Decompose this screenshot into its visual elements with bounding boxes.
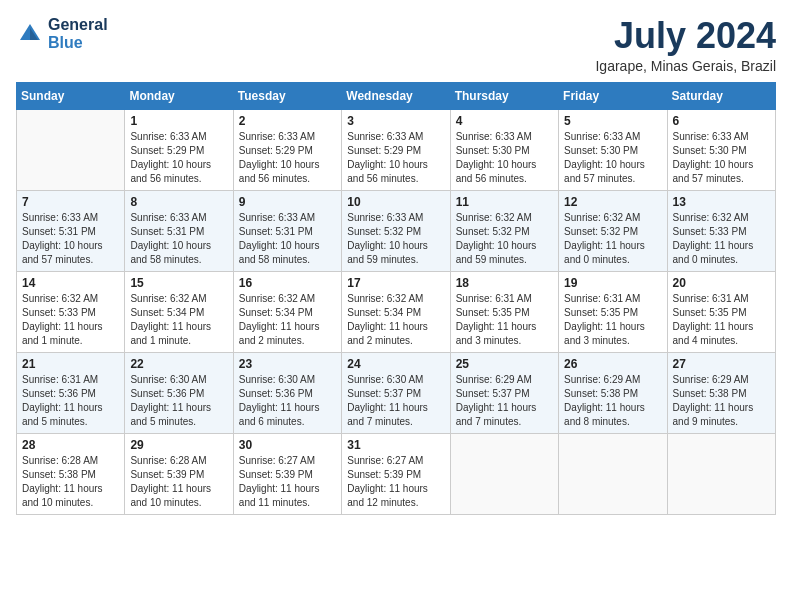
day-info: Sunrise: 6:28 AM Sunset: 5:38 PM Dayligh… [22, 454, 119, 510]
day-number: 15 [130, 276, 227, 290]
logo: General Blue [16, 16, 108, 51]
calendar-cell [450, 433, 558, 514]
day-number: 27 [673, 357, 770, 371]
calendar-cell: 17Sunrise: 6:32 AM Sunset: 5:34 PM Dayli… [342, 271, 450, 352]
calendar-cell: 15Sunrise: 6:32 AM Sunset: 5:34 PM Dayli… [125, 271, 233, 352]
weekday-header: Tuesday [233, 82, 341, 109]
calendar-cell: 10Sunrise: 6:33 AM Sunset: 5:32 PM Dayli… [342, 190, 450, 271]
day-number: 1 [130, 114, 227, 128]
day-number: 9 [239, 195, 336, 209]
day-info: Sunrise: 6:33 AM Sunset: 5:30 PM Dayligh… [564, 130, 661, 186]
day-info: Sunrise: 6:32 AM Sunset: 5:33 PM Dayligh… [673, 211, 770, 267]
calendar-cell: 13Sunrise: 6:32 AM Sunset: 5:33 PM Dayli… [667, 190, 775, 271]
calendar-cell [559, 433, 667, 514]
calendar-cell: 21Sunrise: 6:31 AM Sunset: 5:36 PM Dayli… [17, 352, 125, 433]
calendar-week-row: 28Sunrise: 6:28 AM Sunset: 5:38 PM Dayli… [17, 433, 776, 514]
day-info: Sunrise: 6:32 AM Sunset: 5:32 PM Dayligh… [456, 211, 553, 267]
day-info: Sunrise: 6:29 AM Sunset: 5:37 PM Dayligh… [456, 373, 553, 429]
day-info: Sunrise: 6:32 AM Sunset: 5:34 PM Dayligh… [347, 292, 444, 348]
day-info: Sunrise: 6:33 AM Sunset: 5:32 PM Dayligh… [347, 211, 444, 267]
calendar-week-row: 14Sunrise: 6:32 AM Sunset: 5:33 PM Dayli… [17, 271, 776, 352]
calendar-week-row: 1Sunrise: 6:33 AM Sunset: 5:29 PM Daylig… [17, 109, 776, 190]
calendar-cell: 7Sunrise: 6:33 AM Sunset: 5:31 PM Daylig… [17, 190, 125, 271]
day-number: 30 [239, 438, 336, 452]
day-info: Sunrise: 6:31 AM Sunset: 5:35 PM Dayligh… [673, 292, 770, 348]
calendar-cell: 24Sunrise: 6:30 AM Sunset: 5:37 PM Dayli… [342, 352, 450, 433]
day-number: 4 [456, 114, 553, 128]
day-number: 2 [239, 114, 336, 128]
day-info: Sunrise: 6:32 AM Sunset: 5:32 PM Dayligh… [564, 211, 661, 267]
day-info: Sunrise: 6:33 AM Sunset: 5:29 PM Dayligh… [239, 130, 336, 186]
day-info: Sunrise: 6:31 AM Sunset: 5:35 PM Dayligh… [564, 292, 661, 348]
day-info: Sunrise: 6:31 AM Sunset: 5:36 PM Dayligh… [22, 373, 119, 429]
day-number: 17 [347, 276, 444, 290]
day-info: Sunrise: 6:32 AM Sunset: 5:33 PM Dayligh… [22, 292, 119, 348]
day-info: Sunrise: 6:30 AM Sunset: 5:37 PM Dayligh… [347, 373, 444, 429]
calendar-cell: 6Sunrise: 6:33 AM Sunset: 5:30 PM Daylig… [667, 109, 775, 190]
calendar-cell: 11Sunrise: 6:32 AM Sunset: 5:32 PM Dayli… [450, 190, 558, 271]
calendar-cell: 18Sunrise: 6:31 AM Sunset: 5:35 PM Dayli… [450, 271, 558, 352]
calendar-cell: 27Sunrise: 6:29 AM Sunset: 5:38 PM Dayli… [667, 352, 775, 433]
day-number: 6 [673, 114, 770, 128]
calendar-cell: 1Sunrise: 6:33 AM Sunset: 5:29 PM Daylig… [125, 109, 233, 190]
day-info: Sunrise: 6:29 AM Sunset: 5:38 PM Dayligh… [564, 373, 661, 429]
calendar-cell: 26Sunrise: 6:29 AM Sunset: 5:38 PM Dayli… [559, 352, 667, 433]
day-info: Sunrise: 6:31 AM Sunset: 5:35 PM Dayligh… [456, 292, 553, 348]
day-number: 11 [456, 195, 553, 209]
day-number: 24 [347, 357, 444, 371]
calendar-cell: 16Sunrise: 6:32 AM Sunset: 5:34 PM Dayli… [233, 271, 341, 352]
weekday-header: Friday [559, 82, 667, 109]
day-number: 12 [564, 195, 661, 209]
calendar-cell: 31Sunrise: 6:27 AM Sunset: 5:39 PM Dayli… [342, 433, 450, 514]
logo-line1: General [48, 16, 108, 34]
day-info: Sunrise: 6:30 AM Sunset: 5:36 PM Dayligh… [239, 373, 336, 429]
day-number: 19 [564, 276, 661, 290]
calendar-cell [667, 433, 775, 514]
day-info: Sunrise: 6:33 AM Sunset: 5:29 PM Dayligh… [347, 130, 444, 186]
day-info: Sunrise: 6:32 AM Sunset: 5:34 PM Dayligh… [239, 292, 336, 348]
day-info: Sunrise: 6:33 AM Sunset: 5:31 PM Dayligh… [239, 211, 336, 267]
page-header: General Blue July 2024 Igarape, Minas Ge… [16, 16, 776, 74]
calendar-cell: 8Sunrise: 6:33 AM Sunset: 5:31 PM Daylig… [125, 190, 233, 271]
calendar-cell [17, 109, 125, 190]
month-year: July 2024 [595, 16, 776, 56]
day-number: 13 [673, 195, 770, 209]
day-number: 3 [347, 114, 444, 128]
day-info: Sunrise: 6:32 AM Sunset: 5:34 PM Dayligh… [130, 292, 227, 348]
day-info: Sunrise: 6:33 AM Sunset: 5:30 PM Dayligh… [673, 130, 770, 186]
day-info: Sunrise: 6:33 AM Sunset: 5:31 PM Dayligh… [130, 211, 227, 267]
day-number: 20 [673, 276, 770, 290]
weekday-header: Monday [125, 82, 233, 109]
calendar-week-row: 7Sunrise: 6:33 AM Sunset: 5:31 PM Daylig… [17, 190, 776, 271]
day-number: 10 [347, 195, 444, 209]
calendar-cell: 4Sunrise: 6:33 AM Sunset: 5:30 PM Daylig… [450, 109, 558, 190]
calendar-cell: 12Sunrise: 6:32 AM Sunset: 5:32 PM Dayli… [559, 190, 667, 271]
calendar-cell: 14Sunrise: 6:32 AM Sunset: 5:33 PM Dayli… [17, 271, 125, 352]
day-info: Sunrise: 6:33 AM Sunset: 5:29 PM Dayligh… [130, 130, 227, 186]
calendar-cell: 23Sunrise: 6:30 AM Sunset: 5:36 PM Dayli… [233, 352, 341, 433]
day-number: 16 [239, 276, 336, 290]
day-info: Sunrise: 6:27 AM Sunset: 5:39 PM Dayligh… [347, 454, 444, 510]
calendar-cell: 22Sunrise: 6:30 AM Sunset: 5:36 PM Dayli… [125, 352, 233, 433]
logo-icon [16, 20, 44, 48]
day-info: Sunrise: 6:33 AM Sunset: 5:30 PM Dayligh… [456, 130, 553, 186]
day-number: 14 [22, 276, 119, 290]
day-number: 28 [22, 438, 119, 452]
calendar-cell: 25Sunrise: 6:29 AM Sunset: 5:37 PM Dayli… [450, 352, 558, 433]
day-number: 26 [564, 357, 661, 371]
calendar-header-row: SundayMondayTuesdayWednesdayThursdayFrid… [17, 82, 776, 109]
logo-line2: Blue [48, 34, 108, 52]
day-number: 29 [130, 438, 227, 452]
calendar-cell: 20Sunrise: 6:31 AM Sunset: 5:35 PM Dayli… [667, 271, 775, 352]
calendar-cell: 29Sunrise: 6:28 AM Sunset: 5:39 PM Dayli… [125, 433, 233, 514]
day-number: 23 [239, 357, 336, 371]
day-info: Sunrise: 6:29 AM Sunset: 5:38 PM Dayligh… [673, 373, 770, 429]
day-info: Sunrise: 6:28 AM Sunset: 5:39 PM Dayligh… [130, 454, 227, 510]
weekday-header: Saturday [667, 82, 775, 109]
day-number: 21 [22, 357, 119, 371]
location: Igarape, Minas Gerais, Brazil [595, 58, 776, 74]
day-number: 31 [347, 438, 444, 452]
calendar-week-row: 21Sunrise: 6:31 AM Sunset: 5:36 PM Dayli… [17, 352, 776, 433]
day-info: Sunrise: 6:33 AM Sunset: 5:31 PM Dayligh… [22, 211, 119, 267]
day-number: 8 [130, 195, 227, 209]
